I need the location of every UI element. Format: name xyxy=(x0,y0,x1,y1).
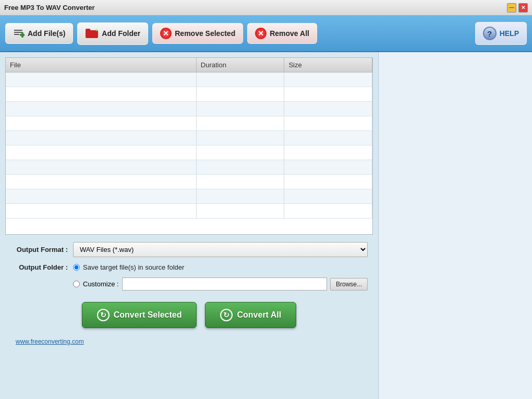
title-bar: Free MP3 To WAV Converter — ✕ xyxy=(0,0,532,16)
convert-selected-icon: ↻ xyxy=(97,309,110,321)
add-folder-button[interactable]: + Add Folder xyxy=(77,22,148,45)
close-button[interactable]: ✕ xyxy=(518,3,528,13)
toolbar: Add File(s) + Add Folder ✕ Remove Select… xyxy=(0,16,532,52)
output-format-label: Output Format : xyxy=(10,246,68,253)
convert-row: ↻ Convert Selected ↻ Convert All xyxy=(10,297,368,331)
main-content: File Duration Size xyxy=(0,52,532,399)
settings-area: Output Format : WAV Files (*.wav) Output… xyxy=(5,235,373,350)
add-files-button[interactable]: Add File(s) xyxy=(5,23,73,44)
col-header-duration: Duration xyxy=(196,58,284,72)
customize-row: Customize : Browse... xyxy=(73,277,368,291)
convert-selected-button[interactable]: ↻ Convert Selected xyxy=(82,302,197,328)
help-label: HELP xyxy=(500,29,519,38)
table-row[interactable] xyxy=(6,131,372,146)
remove-all-label: Remove All xyxy=(270,29,309,38)
customize-radio[interactable] xyxy=(73,281,80,287)
format-select[interactable]: WAV Files (*.wav) xyxy=(73,242,368,257)
svg-rect-4 xyxy=(20,34,25,36)
svg-rect-1 xyxy=(14,32,22,33)
website-link-container: www.freeconverting.com xyxy=(10,337,368,345)
title-bar-left: Free MP3 To WAV Converter xyxy=(4,4,95,11)
table-row[interactable] xyxy=(6,72,372,87)
remove-all-icon: ✕ xyxy=(255,28,267,39)
add-folder-icon: + xyxy=(85,27,99,40)
app-title: Free MP3 To WAV Converter xyxy=(4,4,95,11)
minimize-button[interactable]: — xyxy=(507,3,516,13)
right-panel xyxy=(378,52,532,399)
table-row[interactable] xyxy=(6,175,372,189)
table-row[interactable] xyxy=(6,146,372,160)
save-in-source-radio[interactable] xyxy=(73,264,80,271)
file-table: File Duration Size xyxy=(6,58,372,219)
customize-input[interactable] xyxy=(122,277,327,291)
remove-all-button[interactable]: ✕ Remove All xyxy=(247,23,317,44)
help-button[interactable]: ? HELP xyxy=(475,22,527,45)
convert-all-icon: ↻ xyxy=(220,309,233,321)
convert-selected-label: Convert Selected xyxy=(114,310,182,320)
help-icon: ? xyxy=(483,27,497,40)
table-row[interactable] xyxy=(6,87,372,102)
table-row[interactable] xyxy=(6,116,372,131)
customize-label[interactable]: Customize : xyxy=(83,280,119,288)
col-header-size: Size xyxy=(284,58,372,72)
remove-selected-button[interactable]: ✕ Remove Selected xyxy=(152,23,243,44)
table-row[interactable] xyxy=(6,160,372,175)
convert-all-label: Convert All xyxy=(237,310,281,320)
output-folder-row: Output Folder : Save target file(s) in s… xyxy=(10,263,368,271)
add-files-label: Add File(s) xyxy=(28,29,65,38)
svg-text:+: + xyxy=(95,27,98,33)
save-in-source-radio-label[interactable]: Save target file(s) in source folder xyxy=(83,263,184,271)
file-table-container: File Duration Size xyxy=(5,57,373,235)
svg-rect-0 xyxy=(14,30,22,31)
title-bar-controls: — ✕ xyxy=(507,3,528,13)
website-link[interactable]: www.freeconverting.com xyxy=(10,337,84,345)
table-row[interactable] xyxy=(6,102,372,116)
table-row[interactable] xyxy=(6,204,372,219)
add-files-icon xyxy=(13,28,25,39)
left-panel: File Duration Size xyxy=(0,52,378,399)
browse-button[interactable]: Browse... xyxy=(330,278,368,291)
convert-all-button[interactable]: ↻ Convert All xyxy=(205,302,296,328)
remove-selected-icon: ✕ xyxy=(160,28,172,39)
col-header-file: File xyxy=(6,58,196,72)
add-folder-label: Add Folder xyxy=(102,29,140,38)
save-in-source-option: Save target file(s) in source folder xyxy=(73,263,184,271)
output-format-row: Output Format : WAV Files (*.wav) xyxy=(10,242,368,257)
output-folder-label: Output Folder : xyxy=(10,263,68,271)
remove-selected-label: Remove Selected xyxy=(175,29,235,38)
table-row[interactable] xyxy=(6,189,372,204)
svg-rect-2 xyxy=(14,34,19,35)
